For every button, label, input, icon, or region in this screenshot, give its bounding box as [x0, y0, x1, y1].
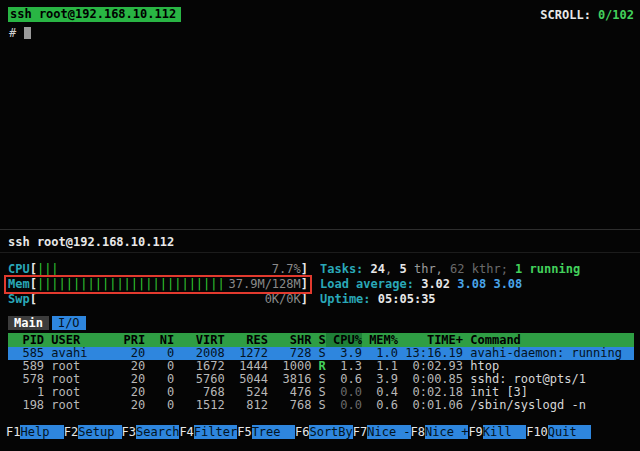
- column-header-shr[interactable]: SHR: [268, 333, 311, 347]
- process-table-rows: 585 avahi 20 0 2008 1272 728 S 3.9 1.0 1…: [8, 347, 634, 412]
- column-header-ni[interactable]: NI: [145, 333, 174, 347]
- fkey-number: F6: [295, 425, 309, 439]
- cell-time: 0:01.06: [398, 399, 463, 412]
- fkey-f1[interactable]: F1Help: [6, 425, 64, 439]
- tasks-count: 24: [371, 262, 385, 276]
- scroll-label: SCROLL:: [540, 8, 591, 22]
- column-header-mem[interactable]: MEM%: [362, 333, 398, 347]
- cell-mem: 0.6: [362, 399, 398, 412]
- tab-main[interactable]: Main: [8, 316, 49, 330]
- process-row[interactable]: 585 avahi 20 0 2008 1272 728 S 3.9 1.0 1…: [8, 347, 634, 360]
- column-header-res[interactable]: RES: [225, 333, 268, 347]
- fkey-f10[interactable]: F10Quit: [526, 425, 591, 439]
- fkey-f3[interactable]: F3Search: [122, 425, 180, 439]
- load-average: Load average: 3.02 3.08 3.08: [308, 277, 634, 292]
- tab-io[interactable]: I/O: [52, 316, 86, 330]
- column-header-cpu-sort[interactable]: CPU%: [326, 333, 362, 347]
- fkey-number: F7: [353, 425, 367, 439]
- cell-pri: 20: [116, 347, 145, 360]
- cell-ni: 0: [145, 399, 174, 412]
- fkey-f4[interactable]: F4Filter: [179, 425, 237, 439]
- terminal-cursor: [24, 27, 31, 39]
- process-row[interactable]: 578 root 20 0 5760 5044 3816 S 0.6 3.9 0…: [8, 373, 634, 386]
- cpu-meter-bars: |||: [37, 262, 59, 277]
- fkey-label: Filter: [194, 425, 237, 439]
- cpu-meter-label: CPU: [8, 262, 30, 277]
- scroll-indicator: SCROLL:0/102: [511, 0, 634, 36]
- cell-time: 0:00.85: [398, 373, 463, 386]
- fkey-f2[interactable]: F2Setup: [64, 425, 122, 439]
- fkey-label: Tree: [252, 425, 295, 439]
- cell-state: S: [311, 373, 325, 386]
- cell-user: avahi: [44, 347, 116, 360]
- swap-bracket-close: ]: [301, 292, 308, 307]
- cell-mem: 1.0: [362, 347, 398, 360]
- column-header-state[interactable]: S: [311, 333, 325, 347]
- cpu-bracket-open: [: [30, 262, 37, 277]
- mem-line: Mem[||||||||||||||||||||||||||37.9M/128M…: [8, 277, 634, 292]
- process-row[interactable]: 1 root 20 0 768 524 476 S 0.0 0.4 0:02.1…: [8, 386, 634, 399]
- fkey-number: F4: [179, 425, 193, 439]
- column-header-time[interactable]: TIME+: [398, 333, 463, 347]
- htop-meters: CPU[|||7.7%] Tasks: 24, 5 thr, 62 kthr; …: [8, 262, 634, 307]
- fkey-label: Setup: [78, 425, 121, 439]
- cell-ni: 0: [145, 373, 174, 386]
- cell-shr: 476: [268, 386, 311, 399]
- column-header-pri[interactable]: PRI: [116, 333, 145, 347]
- process-table-header: PID USER PRI NI VIRT RES SHR S CPU% MEM%…: [8, 333, 634, 347]
- fkey-f9[interactable]: F9Kill: [468, 425, 526, 439]
- uptime: Uptime: 05:05:35: [308, 292, 634, 307]
- cell-user: root: [44, 373, 116, 386]
- fkey-label: SortBy: [309, 425, 352, 439]
- swap-meter-value: 0K/0K: [265, 292, 301, 307]
- column-header-command[interactable]: Command: [463, 333, 634, 347]
- fkey-f7[interactable]: F7Nice -: [353, 425, 411, 439]
- cell-virt: 2008: [174, 347, 225, 360]
- cell-res: 524: [225, 386, 268, 399]
- cell-shr: 1000: [268, 360, 311, 373]
- tasks-summary: Tasks: 24, 5 thr, 62 kthr; 1 running: [308, 262, 634, 277]
- fkey-f6[interactable]: F6SortBy: [295, 425, 353, 439]
- cell-command: avahi-daemon: running: [463, 347, 634, 360]
- swap-meter-label: Swp: [8, 292, 30, 307]
- fkey-label: Help: [20, 425, 63, 439]
- cell-pri: 20: [116, 399, 145, 412]
- cell-command: htop: [463, 360, 634, 373]
- cell-command: init [3]: [463, 386, 634, 399]
- fkey-label: Quit: [548, 425, 591, 439]
- shell-prompt-line[interactable]: #: [9, 26, 31, 40]
- fkey-f8[interactable]: F8Nice +: [411, 425, 469, 439]
- kthread-count: 62 kthr;: [450, 262, 515, 276]
- cell-cpu: 3.9: [326, 347, 362, 360]
- fkey-label: Nice -: [367, 425, 410, 439]
- mem-meter-value: 37.9M/128M: [229, 277, 301, 292]
- cell-state: S: [311, 386, 325, 399]
- cell-pid: 578: [8, 373, 44, 386]
- cell-time: 0:02.18: [398, 386, 463, 399]
- htop-tab-bar: Main I/O: [8, 316, 86, 330]
- scroll-value: 0/102: [598, 8, 634, 22]
- cell-shr: 728: [268, 347, 311, 360]
- column-header-user[interactable]: USER: [44, 333, 116, 347]
- fkey-label: Kill: [483, 425, 526, 439]
- swap-meter: Swp[0K/0K]: [8, 292, 308, 307]
- column-header-virt[interactable]: VIRT: [174, 333, 225, 347]
- cell-pri: 20: [116, 360, 145, 373]
- fkey-f5[interactable]: F5Tree: [237, 425, 295, 439]
- mem-meter-bars: ||||||||||||||||||||||||||: [37, 277, 225, 292]
- cell-virt: 5760: [174, 373, 225, 386]
- cell-user: root: [44, 360, 116, 373]
- fkey-number: F8: [411, 425, 425, 439]
- process-row[interactable]: 589 root 20 0 1672 1444 1000 R 1.3 1.1 0…: [8, 360, 634, 373]
- column-header-pid[interactable]: PID: [8, 333, 44, 347]
- cell-user: root: [44, 399, 116, 412]
- bottom-ssh-session-title: ssh root@192.168.10.112: [8, 235, 174, 249]
- cell-state: S: [311, 399, 325, 412]
- thread-count: 5: [399, 262, 406, 276]
- fkey-label: Search: [136, 425, 179, 439]
- cell-state: R: [311, 360, 325, 373]
- uptime-label: Uptime:: [320, 292, 378, 306]
- top-ssh-session-title: ssh root@192.168.10.112: [8, 7, 181, 22]
- pane-separator: [0, 252, 640, 253]
- process-row[interactable]: 198 root 20 0 1512 812 768 S 0.0 0.6 0:0…: [8, 399, 634, 412]
